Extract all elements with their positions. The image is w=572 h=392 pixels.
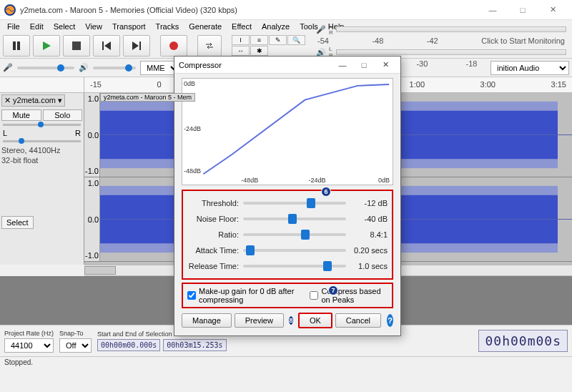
tick: 1:00 [410, 80, 425, 92]
window-titlebar: y2meta.com - Maroon 5 - Memories (Offici… [0, 0, 572, 20]
zoom-tool-icon[interactable]: 🔍 [287, 35, 305, 45]
threshold-slider[interactable] [243, 202, 346, 205]
project-rate-label: Project Rate (Hz) [4, 330, 54, 337]
menu-transport[interactable]: Transport [108, 21, 150, 31]
track-name-tab[interactable]: ✕ y2meta.com ▾ [1, 94, 65, 107]
ok-button[interactable]: OK [298, 313, 332, 328]
noise-floor-slider[interactable] [243, 217, 346, 220]
release-value: 1.0 secs [350, 262, 388, 270]
preview-button[interactable]: Preview [235, 313, 284, 328]
pan-r: R [75, 129, 81, 137]
project-rate-select[interactable]: 44100 [4, 338, 54, 353]
menu-select[interactable]: Select [49, 21, 80, 31]
manage-button[interactable]: Manage [182, 313, 232, 328]
rec-volume-slider[interactable] [17, 67, 74, 69]
menu-analyze[interactable]: Analyze [257, 21, 294, 31]
tick: -42 [427, 36, 438, 45]
track-select-button[interactable]: Select [1, 216, 34, 229]
sel-end-field[interactable]: 00h03m15.253s [163, 339, 226, 351]
tools-palette: I ≡ ✎ 🔍 ↔ ✱ [232, 35, 310, 56]
transport-toolbar: I ≡ ✎ 🔍 ↔ ✱ 🎤LR -54 -48 -42 Click to Sta… [0, 33, 572, 59]
draw-tool-icon[interactable]: ✎ [269, 35, 287, 45]
play-volume-slider[interactable] [93, 67, 136, 69]
menu-tracks[interactable]: Tracks [152, 21, 184, 31]
skip-start-button[interactable] [93, 35, 120, 57]
help-icon[interactable]: ? [387, 314, 393, 327]
menu-generate[interactable]: Generate [184, 21, 226, 31]
threshold-label: Threshold: [187, 199, 239, 207]
attack-slider[interactable] [243, 249, 346, 252]
menu-effect[interactable]: Effect [227, 21, 256, 31]
stop-button[interactable] [63, 35, 90, 57]
window-title: y2meta.com - Maroon 5 - Memories (Offici… [20, 6, 478, 14]
tick: 3:15 [551, 80, 566, 92]
menu-view[interactable]: View [81, 21, 107, 31]
mic-icon: 🎤 [3, 63, 13, 72]
tick: 3:00 [480, 80, 495, 92]
makeup-gain-checkbox[interactable]: Make-up gain for 0 dB after compressing [187, 287, 300, 304]
graph-ylabel: -24dB [184, 125, 201, 132]
annotation-badge-8: 8 [288, 315, 294, 325]
dialog-buttons: Manage Preview 8 OK Cancel ? [182, 313, 393, 328]
svg-rect-1 [13, 41, 16, 50]
ratio-value: 8.4:1 [350, 230, 388, 239]
svg-marker-3 [43, 41, 51, 50]
output-device-select[interactable]: inition Audio [490, 61, 569, 75]
menu-edit[interactable]: Edit [26, 21, 48, 31]
record-button[interactable] [160, 35, 187, 57]
tick: -48 [372, 36, 383, 45]
snap-label: Snap-To [59, 330, 92, 337]
audio-position[interactable]: 00h00m00s [478, 330, 568, 352]
record-meter[interactable] [336, 26, 566, 32]
compressor-dialog: Compressor — □ ✕ 0dB -24dB -48dB -48dB -… [174, 56, 401, 336]
compressor-graph: 0dB -24dB -48dB -48dB -24dB 0dB [182, 78, 393, 185]
dialog-minimize-button[interactable]: — [332, 61, 353, 69]
svg-rect-5 [102, 41, 104, 50]
tick: -15 [90, 80, 102, 92]
tick: -54 [317, 36, 329, 45]
svg-marker-6 [104, 41, 111, 50]
graph-xlabel: -24dB [308, 177, 325, 184]
graph-ylabel: -48dB [184, 167, 201, 175]
loop-button[interactable] [197, 35, 222, 57]
envelope-tool-icon[interactable]: ≡ [250, 35, 268, 45]
compress-peaks-checkbox[interactable]: Compress based on Peaks [310, 287, 388, 304]
annotation-badge-7: 7 [328, 285, 338, 295]
selection-tool-icon[interactable]: I [232, 35, 250, 45]
pan-slider[interactable] [3, 140, 81, 142]
solo-button[interactable]: Solo [43, 109, 83, 121]
multi-tool-icon[interactable]: ✱ [250, 46, 268, 56]
snap-select[interactable]: Off [59, 338, 92, 353]
svg-marker-7 [132, 41, 139, 50]
tick: 0 [157, 80, 161, 92]
skip-end-button[interactable] [123, 35, 150, 57]
annotation-badge-6: 6 [321, 187, 331, 197]
mute-button[interactable]: Mute [1, 109, 41, 121]
svg-rect-4 [72, 41, 81, 50]
pan-l: L [3, 129, 7, 137]
ratio-slider[interactable] [243, 233, 346, 236]
menu-file[interactable]: File [3, 21, 24, 31]
dialog-close-button[interactable]: ✕ [375, 60, 396, 69]
attack-label: Attack Time: [187, 246, 239, 255]
clip-label[interactable]: y2meta.com - Maroon 5 - Mem [100, 93, 195, 102]
play-button[interactable] [33, 35, 60, 57]
attack-value: 0.20 secs [350, 246, 388, 255]
svg-point-9 [169, 41, 178, 50]
release-slider[interactable] [243, 265, 346, 268]
graph-xlabel: -48dB [241, 177, 258, 184]
gain-slider[interactable] [3, 124, 81, 126]
release-label: Release Time: [187, 262, 239, 270]
timeshift-tool-icon[interactable]: ↔ [232, 46, 250, 56]
app-icon [4, 4, 16, 16]
dialog-maximize-button[interactable]: □ [353, 61, 375, 69]
play-meter[interactable] [336, 49, 566, 55]
cancel-button[interactable]: Cancel [335, 313, 381, 328]
sel-start-field[interactable]: 00h00m00.000s [97, 339, 160, 351]
threshold-value: -12 dB [350, 199, 388, 207]
monitor-hint[interactable]: Click to Start Monitoring [481, 36, 565, 45]
pause-button[interactable] [3, 35, 30, 57]
close-button[interactable]: ✕ [538, 1, 568, 19]
maximize-button[interactable]: □ [508, 1, 538, 19]
minimize-button[interactable]: — [478, 1, 508, 19]
